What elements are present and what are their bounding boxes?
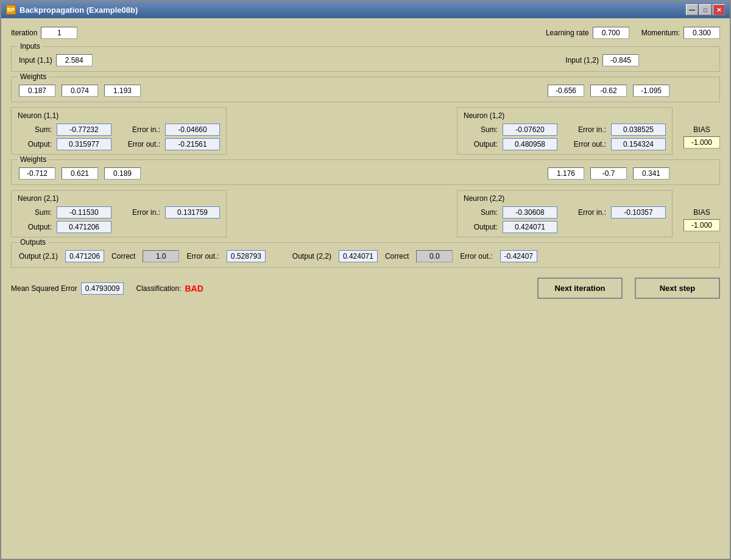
output22-value[interactable]: 0.424071 xyxy=(339,250,378,262)
weight1-0[interactable]: 0.187 xyxy=(19,85,55,97)
bias2-label: BIAS xyxy=(693,208,710,217)
error-out1-label: Error out.: xyxy=(186,252,219,261)
titlebar-left: BP Backpropagation (Example08b) xyxy=(6,5,138,15)
inputs-row: Input (1,1) 2.584 Input (1,2) -0.845 xyxy=(19,52,712,66)
weight2-1[interactable]: 0.621 xyxy=(62,167,98,180)
correct1-label: Correct xyxy=(111,252,135,261)
neuron22-grid: Sum: -0.30608 Error in.: -0.10357 Output… xyxy=(464,206,666,233)
iteration-value[interactable]: 1 xyxy=(41,27,77,39)
error-out1-value[interactable]: 0.528793 xyxy=(227,250,266,262)
weight2-3[interactable]: 1.176 xyxy=(548,167,584,180)
neuron22-box: Neuron (2,2) Sum: -0.30608 Error in.: -0… xyxy=(457,190,673,237)
bias2-section: BIAS -1.000 xyxy=(683,208,720,231)
outputs-title: Outputs xyxy=(18,238,48,247)
classification-group: Classification: BAD xyxy=(136,284,203,293)
neuron21-errin-value[interactable]: 0.131759 xyxy=(165,206,220,219)
bias1-value[interactable]: -1.000 xyxy=(683,136,720,149)
neuron11-errout-label: Error out.: xyxy=(114,140,163,149)
error-out2-label: Error out.: xyxy=(460,252,492,261)
neuron22-sum-value[interactable]: -0.30608 xyxy=(503,206,557,219)
neuron21-sum-label: Sum: xyxy=(18,208,54,217)
bias1-section: BIAS -1.000 xyxy=(683,125,720,149)
neuron11-box: Neuron (1,1) Sum: -0.77232 Error in.: -0… xyxy=(11,107,227,155)
app-icon: BP xyxy=(6,5,16,15)
neuron12-sum-label: Sum: xyxy=(464,125,500,134)
minimize-button[interactable]: — xyxy=(686,4,698,15)
weight1-3[interactable]: -0.656 xyxy=(548,85,584,97)
neuron22-output-value[interactable]: 0.424071 xyxy=(503,221,557,233)
neuron12-errout-label: Error out.: xyxy=(560,140,609,149)
neuron12-errin-value[interactable]: 0.038525 xyxy=(611,124,666,136)
neuron22-output-label: Output: xyxy=(464,223,500,231)
top-row: Iteration 1 Learning rate 0.700 Momentum… xyxy=(11,24,720,41)
titlebar-buttons: — □ ✕ xyxy=(686,4,725,15)
weight2-5[interactable]: 0.341 xyxy=(633,167,669,180)
neuron11-grid: Sum: -0.77232 Error in.: -0.04660 Output… xyxy=(18,124,220,150)
neuron11-errin-label: Error in.: xyxy=(114,125,163,134)
window-title: Backpropagation (Example08b) xyxy=(19,5,138,15)
neuron21-box: Neuron (2,1) Sum: -0.11530 Error in.: 0.… xyxy=(11,190,227,237)
iteration-group: Iteration 1 xyxy=(11,27,77,39)
neuron21-output-value[interactable]: 0.471206 xyxy=(57,221,111,233)
weight1-5[interactable]: -1.095 xyxy=(633,85,669,97)
maximize-button[interactable]: □ xyxy=(699,4,712,15)
neuron12-grid: Sum: -0.07620 Error in.: 0.038525 Output… xyxy=(464,124,666,150)
classification-label: Classification: xyxy=(136,284,181,293)
mse-value[interactable]: 0.4793009 xyxy=(81,282,124,295)
correct2-value[interactable]: 0.0 xyxy=(416,250,453,262)
neuron12-output-value[interactable]: 0.480958 xyxy=(503,138,557,150)
input12-group: Input (1,2) -0.845 xyxy=(565,54,639,66)
weight2-4[interactable]: -0.7 xyxy=(590,167,627,180)
momentum-group: Momentum: 0.300 xyxy=(641,27,720,39)
neuron21-output-label: Output: xyxy=(18,223,54,231)
neuron12-sum-value[interactable]: -0.07620 xyxy=(503,124,557,136)
momentum-value[interactable]: 0.300 xyxy=(683,27,720,39)
weights1-title: Weights xyxy=(18,72,49,81)
output21-value[interactable]: 0.471206 xyxy=(65,250,104,262)
neuron22-errin-label: Error in.: xyxy=(560,208,609,217)
neuron22-sum-label: Sum: xyxy=(464,208,500,217)
weight1-2[interactable]: 1.193 xyxy=(104,85,141,97)
neuron21-errin-label: Error in.: xyxy=(114,208,163,217)
input12-label: Input (1,2) xyxy=(565,56,599,65)
learning-rate-group: Learning rate 0.700 xyxy=(546,27,629,39)
outputs-section: Outputs Output (2,1) 0.471206 Correct 1.… xyxy=(11,242,720,268)
bottom-row: Mean Squared Error 0.4793009 Classificat… xyxy=(11,273,720,301)
neuron21-sum-value[interactable]: -0.11530 xyxy=(57,206,111,219)
weights1-section: Weights 0.187 0.074 1.193 -0.656 -0.62 -… xyxy=(11,77,720,102)
neuron12-errin-label: Error in.: xyxy=(560,125,609,134)
neuron11-sum-label: Sum: xyxy=(18,125,54,134)
neuron11-sum-value[interactable]: -0.77232 xyxy=(57,124,111,136)
neuron22-errin-value[interactable]: -0.10357 xyxy=(611,206,666,219)
output21-label: Output (2,1) xyxy=(19,252,58,261)
outputs-row: Output (2,1) 0.471206 Correct 1.0 Error … xyxy=(19,248,712,262)
weight2-2[interactable]: 0.189 xyxy=(104,167,141,180)
learning-rate-label: Learning rate xyxy=(546,29,589,37)
next-iteration-button[interactable]: Next iteration xyxy=(537,278,623,299)
main-window: BP Backpropagation (Example08b) — □ ✕ It… xyxy=(0,0,731,560)
close-button[interactable]: ✕ xyxy=(713,4,725,15)
error-out2-value[interactable]: -0.42407 xyxy=(500,250,537,262)
momentum-label: Momentum: xyxy=(641,29,680,37)
weight1-4[interactable]: -0.62 xyxy=(590,85,627,97)
input12-value[interactable]: -0.845 xyxy=(602,54,639,66)
neuron11-output-value[interactable]: 0.315977 xyxy=(57,138,111,150)
weight2-0[interactable]: -0.712 xyxy=(19,167,55,180)
input11-value[interactable]: 2.584 xyxy=(56,54,93,66)
correct1-value[interactable]: 1.0 xyxy=(143,250,179,262)
titlebar: BP Backpropagation (Example08b) — □ ✕ xyxy=(1,1,730,18)
neuron11-output-label: Output: xyxy=(18,140,54,149)
bias1-label: BIAS xyxy=(693,125,710,134)
mse-label: Mean Squared Error xyxy=(11,284,77,293)
neuron11-errin-value[interactable]: -0.04660 xyxy=(165,124,220,136)
bias2-value[interactable]: -1.000 xyxy=(683,219,720,231)
neuron1-row: Neuron (1,1) Sum: -0.77232 Error in.: -0… xyxy=(11,107,720,155)
mse-group: Mean Squared Error 0.4793009 xyxy=(11,282,124,295)
learning-rate-value[interactable]: 0.700 xyxy=(593,27,629,39)
next-step-button[interactable]: Next step xyxy=(635,278,720,299)
weights2-section: Weights -0.712 0.621 0.189 1.176 -0.7 0.… xyxy=(11,159,720,185)
weight1-1[interactable]: 0.074 xyxy=(62,85,98,97)
neuron12-title: Neuron (1,2) xyxy=(464,111,666,120)
neuron11-errout-value[interactable]: -0.21561 xyxy=(165,138,220,150)
neuron12-errout-value[interactable]: 0.154324 xyxy=(611,138,666,150)
